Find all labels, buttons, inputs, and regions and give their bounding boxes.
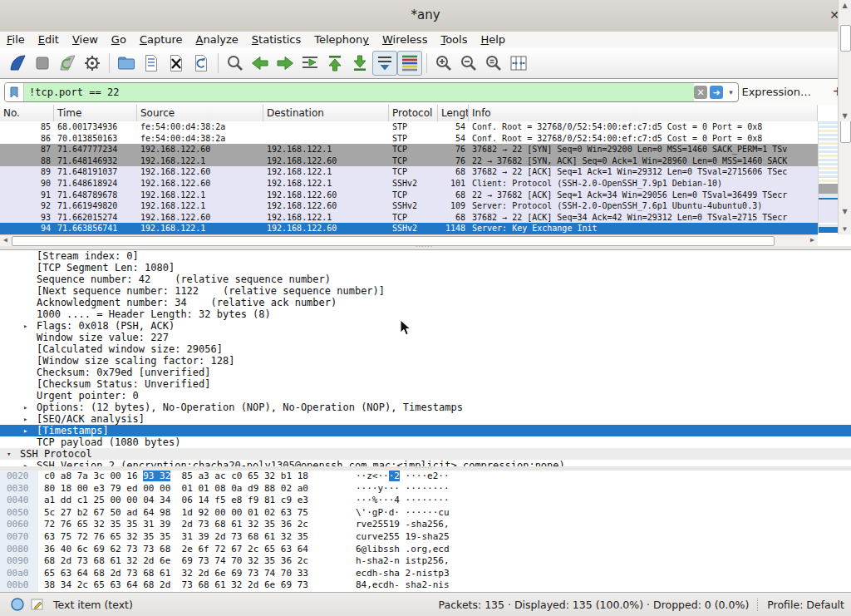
zoom-out-button[interactable] (456, 51, 481, 76)
go-first-button[interactable] (322, 51, 347, 76)
menu-telephony[interactable]: Telephony (307, 32, 376, 48)
colorize-button[interactable] (397, 51, 422, 76)
menu-statistics[interactable]: Statistics (245, 32, 307, 48)
clear-filter-button[interactable]: ✕ (694, 86, 707, 99)
hex-ascii[interactable]: ···%···4 ········ (356, 495, 450, 507)
menu-help[interactable]: Help (474, 32, 512, 48)
expand-arrow-icon[interactable]: ▸ (23, 413, 27, 425)
stop-capture-button[interactable] (30, 51, 55, 76)
column-header-no[interactable]: No. (0, 105, 54, 121)
detail-line[interactable]: Urgent pointer: 0 (0, 390, 851, 402)
hex-bytes[interactable]: 68 2d 73 68 61 32 2d 6e 69 73 74 70 32 3… (44, 555, 308, 568)
auto-scroll-button[interactable] (372, 51, 397, 76)
hex-bytes[interactable]: 72 76 65 32 35 35 31 39 2d 73 68 61 32 3… (44, 519, 308, 531)
column-header-source[interactable]: Source (137, 105, 263, 121)
menu-tools[interactable]: Tools (434, 32, 474, 48)
menu-view[interactable]: View (66, 32, 105, 48)
scroll-left-icon[interactable]: ◀ (0, 235, 11, 245)
hex-bytes[interactable]: 80 18 00 e3 79 ed 00 00 01 01 08 0a d9 8… (44, 483, 308, 495)
expert-info-icon[interactable] (10, 597, 25, 612)
packet-row[interactable]: 9171.648789678192.168.122.1192.168.122.6… (0, 190, 818, 201)
column-header-info[interactable]: Info (469, 105, 818, 121)
hex-row[interactable]: 00b038 34 2c 65 63 64 68 2d 73 68 61 32 … (0, 579, 838, 592)
column-header-destination[interactable]: Destination (263, 105, 389, 121)
display-filter-input[interactable] (24, 83, 694, 101)
reload-file-button[interactable] (189, 51, 214, 76)
column-header-length[interactable]: Length (438, 105, 469, 121)
detail-line[interactable]: Acknowledgment number: 34 (relative ack … (0, 297, 851, 308)
detail-line[interactable]: 1000 .... = Header Length: 32 bytes (8) (0, 308, 851, 320)
zoom-in-button[interactable] (431, 51, 456, 76)
go-last-button[interactable] (347, 51, 372, 76)
filter-bookmark-icon[interactable] (5, 83, 24, 101)
hex-ascii[interactable]: rve25519 -sha256, (356, 519, 450, 531)
go-to-packet-button[interactable] (298, 51, 322, 76)
close-file-button[interactable] (164, 51, 189, 76)
menu-wireless[interactable]: Wireless (376, 32, 434, 48)
save-file-button[interactable] (139, 51, 164, 76)
hex-ascii[interactable]: \'·gP·d· ······cu (356, 507, 450, 520)
detail-line[interactable]: [Next sequence number: 1122 (relative se… (0, 285, 851, 297)
apply-filter-button[interactable]: ➜ (710, 86, 723, 99)
packet-row[interactable]: 9271.661949820192.168.122.1192.168.122.6… (0, 200, 818, 212)
hex-row[interactable]: 008036 40 6c 69 62 73 73 68 2e 6f 72 67 … (0, 544, 838, 556)
detail-line[interactable]: [Stream index: 0] (0, 250, 851, 262)
hex-row[interactable]: 009068 2d 73 68 61 32 2d 6e 69 73 74 70 … (0, 555, 838, 568)
scroll-down-icon[interactable]: ▼ (839, 224, 851, 234)
hex-bytes[interactable]: 63 75 72 76 65 32 35 35 31 39 2d 73 68 6… (44, 531, 308, 544)
scroll-down-icon[interactable]: ▼ (839, 111, 851, 121)
packet-list-hscrollbar[interactable]: ◀ ▶ (0, 234, 818, 246)
detail-line[interactable]: [Window size scaling factor: 128] (0, 355, 851, 367)
bytes-vscrollbar[interactable]: ▲ ▼ (838, 0, 851, 121)
expand-arrow-icon[interactable]: ▸ (23, 402, 27, 413)
menu-capture[interactable]: Capture (133, 32, 189, 48)
filter-history-dropdown[interactable]: ▾ (726, 86, 736, 99)
zoom-100-button[interactable] (481, 51, 506, 76)
titlebar[interactable]: *any ✕ (0, 0, 851, 32)
expand-arrow-icon[interactable]: ▸ (23, 425, 27, 436)
hex-ascii[interactable]: 6@libssh .org,ecd (356, 544, 450, 556)
detail-line[interactable]: Window size value: 227 (0, 332, 851, 343)
detail-line[interactable]: Sequence number: 42 (relative sequence n… (0, 274, 851, 285)
packet-row[interactable]: 8771.647777234192.168.122.60192.168.122.… (0, 144, 818, 155)
column-header-time[interactable]: Time (54, 105, 137, 121)
expression-button[interactable]: Expression… (741, 86, 811, 98)
hex-ascii[interactable]: ····y··· ········ (356, 483, 450, 495)
detail-line[interactable]: [Checksum Status: Unverified] (0, 378, 851, 390)
hex-ascii[interactable]: ecdh-sha 2-nistp3 (356, 568, 450, 580)
go-back-button[interactable] (248, 51, 273, 76)
hex-row[interactable]: 007063 75 72 76 65 32 35 35 31 39 2d 73 … (0, 531, 838, 544)
resize-columns-button[interactable] (506, 51, 531, 76)
hex-bytes[interactable]: 38 34 2c 65 63 64 68 2d 73 68 61 32 2d 6… (44, 579, 308, 592)
find-packet-button[interactable] (223, 51, 248, 76)
packet-row[interactable]: 8871.648146932192.168.122.1192.168.122.6… (0, 155, 818, 167)
start-capture-button[interactable] (5, 51, 30, 76)
collapse-arrow-icon[interactable]: ▾ (7, 448, 11, 460)
packet-row[interactable]: 8670.013850163fe:54:00:d4:38:2aSTP54Conf… (0, 133, 818, 145)
menu-edit[interactable]: Edit (32, 32, 66, 48)
packet-row[interactable]: 8568.001734936fe:54:00:d4:38:2aSTP54Conf… (0, 121, 818, 133)
menu-analyze[interactable]: Analyze (189, 32, 245, 48)
go-forward-button[interactable] (273, 51, 298, 76)
packet-row[interactable]: 9471.663856741192.168.122.1192.168.122.6… (0, 223, 818, 234)
detail-line[interactable]: Checksum: 0x79ed [unverified] (0, 367, 851, 378)
hex-row[interactable]: 0020c0 a8 7a 3c 00 16 93 32 85 a3 ac c0 … (0, 471, 838, 483)
hex-row[interactable]: 003080 18 00 e3 79 ed 00 00 01 01 08 0a … (0, 483, 838, 495)
capture-comment-icon[interactable] (30, 597, 45, 612)
column-header-protocol[interactable]: Protocol (389, 105, 438, 121)
hex-row[interactable]: 0040a1 dd c1 25 00 00 04 34 06 14 f5 e8 … (0, 495, 838, 507)
hex-row[interactable]: 00a065 63 64 68 2d 73 68 61 32 2d 6e 69 … (0, 568, 838, 580)
packet-row[interactable]: 9071.648618924192.168.122.60192.168.122.… (0, 178, 818, 190)
hex-bytes[interactable]: c0 a8 7a 3c 00 16 93 32 85 a3 ac c0 65 3… (44, 471, 308, 483)
detail-line[interactable]: TCP payload (1080 bytes) (0, 436, 851, 448)
vscroll-thumb[interactable] (840, 25, 851, 52)
packet-row[interactable]: 9371.662015274192.168.122.60192.168.122.… (0, 212, 818, 224)
profile-status[interactable]: Profile: Default (767, 599, 844, 611)
hex-ascii[interactable]: h-sha2-n istp256, (356, 555, 450, 568)
open-file-button[interactable] (114, 51, 139, 76)
scroll-down-icon[interactable]: ▼ (839, 206, 851, 217)
restart-capture-button[interactable] (55, 51, 80, 76)
hscroll-thumb[interactable] (12, 236, 775, 246)
detail-line[interactable]: [Calculated window size: 29056] (0, 343, 851, 355)
ascii-highlighted-chars[interactable]: ·2 (389, 471, 400, 481)
